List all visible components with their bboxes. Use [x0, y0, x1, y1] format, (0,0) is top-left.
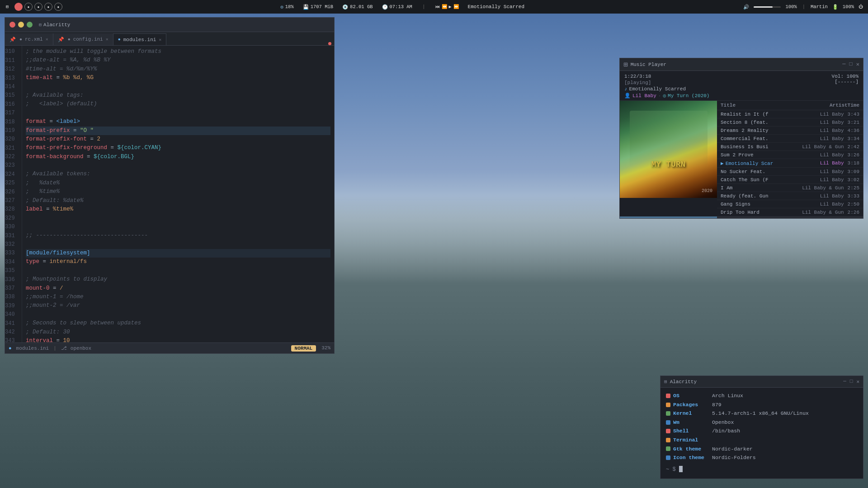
track-time: 3:33 [848, 193, 859, 199]
track-row[interactable]: Catch The Sun (FLil Baby3:02 [717, 176, 863, 184]
neo-maximize-btn[interactable]: □ [850, 379, 853, 385]
editor-line: ;;mount-1 = /home [26, 293, 330, 301]
neofetch-row: OSArch Linux [666, 391, 858, 400]
status-right: NORMAL 32% [291, 345, 330, 352]
music-minimize-btn[interactable]: ─ [842, 61, 845, 68]
track-row[interactable]: Realist in It (fLil Baby3:43 [717, 110, 863, 118]
editor-line: ;; --------------------------------- [26, 231, 330, 240]
track-row[interactable]: Gang SignsLil Baby2:50 [717, 200, 863, 208]
editor-content[interactable]: 3103113123133143153163173183193203213223… [5, 46, 334, 343]
status-mode-badge: NORMAL [291, 345, 316, 352]
editor-text[interactable]: ; the module will toggle between formats… [22, 46, 334, 343]
track-row[interactable]: ▶Emotionally ScarLil Baby3:18 [717, 159, 863, 168]
tab-config-label: config.ini [73, 37, 103, 42]
tab-rc[interactable]: 📌 ● rc.xml ✕ [5, 33, 53, 45]
volume-bar[interactable] [754, 6, 781, 8]
line-number: 317 [5, 109, 19, 117]
track-row[interactable]: Business Is BusiLil Baby & Gun2:42 [717, 143, 863, 151]
taskbar-app-outline4[interactable]: ● [54, 3, 62, 11]
line-number: 332 [5, 240, 19, 249]
tab-config-close[interactable]: ✕ [106, 37, 108, 42]
music-win-controls: ─ □ ✕ [842, 61, 859, 68]
editor-line: interval = 10 [26, 337, 330, 343]
pin-icon: 📌 [9, 37, 16, 42]
editor-line [26, 214, 330, 222]
track-row[interactable]: Section 8 (feat.Lil Baby3:21 [717, 118, 863, 127]
neo-close-btn[interactable]: ✕ [856, 379, 859, 385]
line-numbers: 3103113123133143153163173183193203213223… [5, 46, 22, 343]
line-number: 312 [5, 65, 19, 74]
track-row[interactable]: Sum 2 ProveLil Baby3:26 [717, 151, 863, 159]
line-number: 318 [5, 117, 19, 126]
line-number: 330 [5, 223, 19, 231]
editor-win-controls [9, 22, 33, 28]
editor-line: label = %time% [26, 205, 330, 214]
track-row[interactable]: Commercial Feat.Lil Baby3:34 [717, 135, 863, 143]
editor-maximize-btn[interactable] [27, 22, 33, 28]
neo-color-block [666, 438, 670, 442]
line-number: 327 [5, 197, 19, 205]
taskbar: ⊞ ● ● ● ● ⚙ 18% 💾 1707 MiB 💿 82.01 GB 🕐 … [0, 0, 868, 14]
neo-value: Arch Linux [712, 391, 743, 400]
track-row[interactable]: No Sucker Feat.Lil Baby3:09 [717, 168, 863, 176]
taskbar-menu-icon[interactable]: ⊞ [4, 3, 11, 10]
track-title: Dreams 2 Reality [721, 128, 816, 133]
music-status-right: Vol: 100% [------] [832, 74, 859, 84]
tab-config[interactable]: 📌 ● config.ini ✕ [53, 33, 113, 45]
taskbar-app-outline2[interactable]: ● [34, 3, 42, 11]
track-row[interactable]: Drip Too HardLil Baby & Gun2:26 [717, 208, 863, 216]
tab-modules[interactable]: ● modules.ini ✕ [113, 33, 167, 45]
music-artist-info: 👤 Lil Baby · ◎ My Turn (2020) [624, 93, 709, 99]
taskbar-app-red[interactable] [14, 3, 23, 11]
editor-line: format-prefix-foreground = ${color.CYAN} [26, 144, 330, 152]
music-progress-bar[interactable] [620, 216, 863, 218]
track-title: Realist in It (f [721, 112, 816, 117]
track-row[interactable]: I AmLil Baby & Gun2:25 [717, 184, 863, 192]
rewind-btn[interactable]: ⏪ [442, 4, 447, 9]
neofetch-row: Packages879 [666, 400, 858, 409]
tab-modules-icon: ● [118, 37, 121, 42]
taskbar-app-outline3[interactable]: ● [44, 3, 52, 11]
neo-color-block [666, 403, 670, 407]
track-artist: Lil Baby & Gun [798, 185, 847, 191]
music-main: MY TURN 2020 Title Artist Time Realist i… [620, 101, 863, 216]
neo-minimize-btn[interactable]: ─ [843, 379, 846, 385]
editor-line: ; Mountpoints to display [26, 275, 330, 284]
music-title-icon: ⊞ [623, 60, 628, 69]
line-number: 331 [5, 231, 19, 240]
editor-line [26, 161, 330, 170]
editor-line [26, 109, 330, 117]
music-maximize-btn[interactable]: □ [849, 61, 853, 68]
track-artist: Lil Baby [816, 128, 848, 133]
line-number: 321 [5, 144, 19, 152]
power-icon[interactable]: ⏻ [859, 4, 863, 9]
music-album-name: My Turn (2020) [668, 93, 709, 99]
track-row[interactable]: Ready (feat. GunLil Baby3:33 [717, 192, 863, 200]
music-close-btn[interactable]: ✕ [856, 61, 859, 68]
editor-line [26, 240, 330, 249]
line-number: 315 [5, 91, 19, 100]
editor-close-btn[interactable] [9, 22, 15, 28]
memory-value: 1707 MiB [311, 4, 333, 9]
play-btn[interactable]: ▶ [449, 4, 452, 9]
tab-rc-close[interactable]: ✕ [46, 37, 48, 42]
track-title: Section 8 (feat. [721, 120, 816, 125]
status-sep1: | [53, 346, 57, 351]
cursor-blink [679, 466, 683, 472]
tab-modules-close[interactable]: ✕ [159, 37, 161, 42]
music-vol-bar: [------] [832, 79, 859, 84]
taskbar-cpu: ⚙ 18% [280, 4, 293, 10]
neofetch-row: Gtk themeNordic-darker [666, 445, 858, 454]
forward-btn[interactable]: ⏩ [453, 4, 459, 9]
music-vol: Vol: 100% [832, 74, 859, 79]
editor-line: #time-alt = %d/%m/%Y% [26, 65, 330, 74]
tab-modules-label: modules.ini [123, 37, 156, 42]
line-number: 325 [5, 179, 19, 188]
taskbar-app-outline1[interactable]: ● [24, 3, 33, 11]
line-number: 337 [5, 284, 19, 293]
artist-icon: 👤 [624, 93, 631, 99]
editor-minimize-btn[interactable] [18, 22, 24, 28]
prev-btn[interactable]: ⏮ [435, 4, 440, 9]
track-row[interactable]: Dreams 2 RealityLil Baby4:36 [717, 127, 863, 135]
editor-line: format-background = ${color.BGL} [26, 153, 330, 161]
